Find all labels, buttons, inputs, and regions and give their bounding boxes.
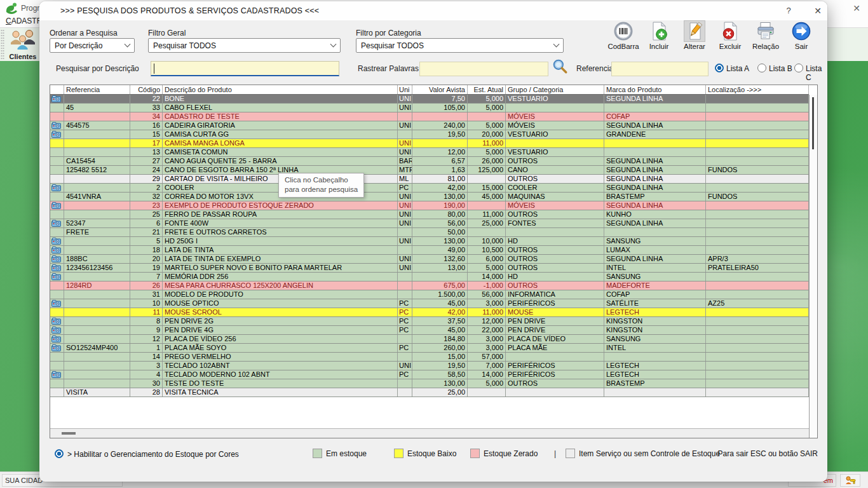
table-row[interactable]: 1284RD26MESA PARA CHURRASCO 125X200 ANGE…: [50, 281, 809, 290]
column-header-marca-do-produto[interactable]: Marca do Produto: [604, 85, 706, 94]
cell-referencia: [64, 335, 130, 343]
search-description-input[interactable]: [151, 61, 339, 76]
table-row[interactable]: 25FERRO DE PASSAR ROUPAUNI80,0011,000OUT…: [50, 210, 809, 219]
table-row[interactable]: 13CAMISETA COMUNUNI12,005,000VESTUARIO: [50, 148, 809, 157]
table-row[interactable]: 4533CABO FLEXELUNI105,005,000: [50, 104, 809, 112]
sair-button[interactable]: Sair: [785, 21, 818, 57]
alterar-button[interactable]: Alterar: [678, 21, 711, 57]
column-header-photo[interactable]: [50, 85, 64, 94]
cell-valor-avista: 25,00: [412, 388, 468, 396]
column-header-est-atual[interactable]: Est. Atual: [468, 85, 506, 94]
cell-photo: [50, 317, 64, 325]
category-filter-combo[interactable]: Pesquisar TODOS: [356, 38, 564, 53]
table-row[interactable]: 188BC20LATA DE TINTA DE EXEMPLOUNI132,60…: [50, 255, 809, 264]
table-row[interactable]: 12345612345619MARTELO SUPER NOVO E BONIT…: [50, 264, 809, 273]
help-button[interactable]: ?: [782, 4, 796, 17]
cell-marca: [604, 148, 706, 156]
column-header-referencia[interactable]: Referencia: [64, 85, 130, 94]
table-row[interactable]: 11MOUSE SCROOLPC42,0011,000MOUSELEGTECH: [50, 308, 809, 317]
cell-valor-avista: 130,00: [412, 193, 468, 201]
relacao-button[interactable]: Relação: [749, 21, 782, 57]
column-header-descri-o-do-produto[interactable]: Descrição do Produto: [163, 85, 398, 94]
lista-b-radio[interactable]: [757, 64, 766, 72]
excluir-button[interactable]: Excluir: [714, 21, 747, 57]
cell-codigo: 5: [130, 237, 163, 245]
cell-grupo-categoria: PEN DRIVE: [506, 326, 604, 334]
cell-localizacao: [706, 228, 809, 236]
column-header-grupo-categoria[interactable]: Grupo / Categoria: [506, 85, 604, 94]
cell-codigo: 34: [130, 112, 163, 121]
order-combo[interactable]: Por Descrição: [50, 38, 135, 53]
cell-valor-avista: 1,63: [412, 166, 468, 174]
cell-localizacao: [706, 184, 809, 192]
clientes-button[interactable]: Clientes: [5, 29, 41, 60]
general-filter-combo[interactable]: Pesquisar TODOS: [148, 38, 341, 53]
codbarra-button[interactable]: CodBarra: [607, 21, 640, 57]
cell-photo: [50, 273, 64, 281]
table-row[interactable]: 18LATA DE TINTA49,0010,500OUTROSLUMAX: [50, 246, 809, 255]
cell-photo: [50, 344, 64, 352]
cell-est-atual: 12,000: [468, 317, 506, 325]
table-row[interactable]: 3TECLADO 102ABNTUNI19,507,000PERIFÉRICOS…: [50, 362, 809, 370]
table-row[interactable]: 15CAMISA CURTA GG19,5020,000VESTUARIOGRA…: [50, 130, 809, 139]
table-row[interactable]: 523476FONTE 400WUNI56,0025,000FONTESSEGU…: [50, 219, 809, 228]
table-row[interactable]: FRETE21FRETE E OUTROS CARRETOS50,00: [50, 228, 809, 237]
cell-referencia: [64, 201, 130, 210]
table-row[interactable]: 10MOUSE OPTICOPC45,003,000PERIFÉRICOSSAT…: [50, 299, 809, 308]
background-close-button[interactable]: ✕: [850, 3, 863, 13]
table-row[interactable]: 45457516CADEIRA GIRATORIAUNI240,005,000M…: [50, 121, 809, 130]
table-row[interactable]: 7MEMÓRIA DDR 25614,000HDSANSUNG: [50, 273, 809, 281]
cell-grupo-categoria: OUTROS: [506, 157, 604, 165]
cell-codigo: 8: [130, 317, 163, 325]
cell-est-atual: 5,000: [468, 104, 506, 112]
table-row[interactable]: 14PREGO VERMELHO15,0057,000: [50, 353, 809, 362]
column-header-valor-avista[interactable]: Valor Avista: [412, 85, 468, 94]
cell-photo: [50, 246, 64, 254]
close-button[interactable]: ✕: [811, 4, 825, 17]
table-row[interactable]: 4541VNRA32CORREA DO MOTOR 13VXUNI130,004…: [50, 193, 809, 201]
cell-localizacao: [706, 148, 809, 156]
horizontal-scrollbar[interactable]: [50, 428, 809, 438]
cell-uni: BAR: [398, 157, 412, 165]
column-header-c-digo[interactable]: Código: [130, 85, 163, 94]
lista-a-radio[interactable]: [715, 64, 724, 72]
table-row[interactable]: 2COOLERPC42,0015,000COOLERSEGUNDA LINHA: [50, 184, 809, 193]
table-row[interactable]: 125482 551224CANO DE ESGOTO BARRA 150 2ª…: [50, 166, 809, 175]
cell-marca: LUMAX: [604, 246, 706, 254]
table-row[interactable]: 34CADASTRO DE TESTEMÓVEISCOFAP: [50, 112, 809, 121]
table-row[interactable]: 23EXEMPLO DE PRODUTO ESTOQUE ZERADOUNI19…: [50, 201, 809, 210]
column-header-localiza-o[interactable]: Localização ->>>: [706, 85, 809, 94]
table-row[interactable]: 4TECLADO MODERNO 102 ABNTPC58,5014,000PE…: [50, 370, 809, 379]
lista-c-radio[interactable]: [794, 64, 803, 72]
table-row[interactable]: 8PEN DRIVE 2GPC37,5012,000PEN DRIVEKINGS…: [50, 317, 809, 326]
track-words-input[interactable]: [419, 62, 548, 76]
table-row[interactable]: 9PEN DRIVE 4GPC45,0022,000PEN DRIVEKINGS…: [50, 326, 809, 335]
table-row[interactable]: CA1545427CANO AGUA QUENTE 25 - BARRABAR6…: [50, 157, 809, 166]
cell-grupo-categoria: OUTROS: [506, 264, 604, 272]
reference-input[interactable]: [611, 62, 709, 76]
table-row[interactable]: 31MODELO DE PRODUTO1.500,0056,000INFORMA…: [50, 290, 809, 299]
table-row[interactable]: VISITA28VISITA TECNICA25,00: [50, 388, 809, 397]
status-key-button[interactable]: [840, 474, 860, 487]
stock-colors-radio[interactable]: [55, 449, 64, 458]
table-row[interactable]: 17CAMISA MANGA LONGAUNI11,000: [50, 139, 809, 148]
table-row[interactable]: 12PLACA DE VÍDEO 256184,803,000PLACA DE …: [50, 335, 809, 344]
table-row[interactable]: 29CARTAO DE VISITA - MILHEIROML81,00OUTR…: [50, 175, 809, 184]
table-row[interactable]: 5HD 250G IUNI130,0010,000HDSANSUNG: [50, 237, 809, 246]
vertical-scrollbar[interactable]: [809, 95, 817, 438]
vertical-scrollbar-thumb[interactable]: [812, 97, 814, 149]
incluir-button[interactable]: Incluir: [642, 21, 675, 57]
cell-localizacao: [706, 121, 809, 130]
table-row[interactable]: 30TESTE DO TESTE130,005,000OUTROSBRASTEM…: [50, 379, 809, 388]
table-row[interactable]: 22BONEUNI7,505,000VESTUARIOSEGUNDA LINHA: [50, 95, 809, 104]
table-row[interactable]: SO12524MP4001PLACA MÃE SOYOPC260,003,000…: [50, 344, 809, 353]
search-icon[interactable]: [552, 58, 568, 77]
cell-marca: COFAP: [604, 112, 706, 121]
column-header-uni[interactable]: Uni: [398, 85, 412, 94]
cell-codigo: 17: [130, 139, 163, 147]
cell-est-atual: 10,000: [468, 237, 506, 245]
cell-localizacao: [706, 139, 809, 147]
horizontal-scrollbar-thumb[interactable]: [62, 432, 76, 435]
cell-valor-avista: 42,00: [412, 308, 468, 316]
cell-marca: SANSUNG: [604, 335, 706, 343]
